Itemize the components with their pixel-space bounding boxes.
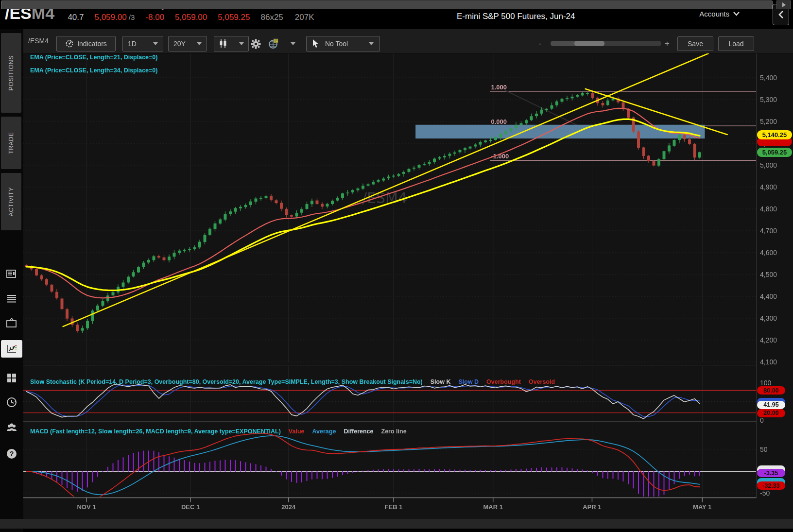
axis-tick: 4,400 [760, 292, 777, 300]
chart-symbol-label: /ESM4 [28, 37, 49, 45]
zoom-slider-thumb[interactable] [574, 41, 604, 46]
axis-tick: 4,200 [760, 336, 777, 344]
chart-settings-button[interactable] [251, 39, 261, 51]
legend-slow-d: Slow D [458, 378, 479, 385]
indicators-button[interactable]: Indicators [56, 36, 116, 51]
date-label: MAY 1 [693, 503, 711, 511]
axis-tick: 4,800 [760, 205, 777, 213]
axis-tick: 4,600 [760, 249, 777, 257]
save-button[interactable]: Save [677, 36, 713, 51]
axis-badge: -32.33 [757, 481, 785, 490]
ema34-study-label[interactable]: EMA (Price=CLOSE, Length=34, Displace=0) [30, 67, 157, 74]
legend-zero-line: Zero line [381, 428, 407, 435]
legend-overbought: Overbought [486, 378, 521, 385]
candlestick-chart-icon [219, 39, 227, 49]
macd-study-label[interactable]: MACD (Fast length=12, Slow length=26, MA… [30, 428, 407, 435]
axis-tick: 5,200 [760, 118, 777, 125]
axis-badge: 5,059.25 [757, 148, 792, 157]
zoom-slider-fill [551, 41, 576, 46]
chart-canvas[interactable] [0, 0, 793, 532]
ema21-study-label[interactable]: EMA (Price=CLOSE, Length=21, Displace=0) [30, 54, 157, 61]
axis-tick: 4,100 [760, 358, 777, 366]
date-label: APR 1 [583, 503, 601, 511]
date-label: NOV 1 [77, 503, 96, 511]
gear-icon [251, 39, 261, 49]
zoom-slider[interactable] [551, 41, 661, 46]
axis-tick: 4,700 [760, 227, 777, 235]
axis-tick: 5,400 [760, 74, 777, 82]
save-label: Save [688, 40, 703, 48]
chart-layout-dropdown[interactable] [266, 36, 297, 51]
chart-type-dropdown[interactable] [214, 36, 249, 51]
tool-value: No Tool [325, 40, 348, 48]
chart-grid-icon [268, 38, 279, 49]
axis-badge: 80.00 [757, 386, 785, 395]
chevron-down-icon [239, 42, 244, 45]
axis-tick: 100 [760, 379, 771, 387]
range-value: 20Y [173, 40, 186, 48]
date-label: MAR 1 [483, 503, 503, 511]
chevron-down-icon [369, 42, 374, 45]
axis-tick: 50 [760, 446, 768, 453]
date-label: 2024 [281, 503, 295, 511]
axis-tick: 0 [760, 416, 764, 424]
axis-tick: 4,900 [760, 183, 777, 191]
horizontal-scrollbar[interactable] [0, 519, 793, 529]
timeframe-value: 1D [128, 40, 137, 48]
date-label: FEB 1 [385, 503, 403, 511]
legend-oversold: Oversold [529, 378, 555, 385]
zoom-out-button[interactable]: - [538, 39, 541, 49]
thinkorswim-window: /ESM4 IV Rank40.7Last / Size5,059.00 /3C… [0, 0, 793, 532]
stochastic-study-label[interactable]: Slow Stochastic (K Period=14, D Period=3… [30, 378, 555, 385]
legend-difference: Difference [344, 428, 373, 435]
drawing-tool-dropdown[interactable]: No Tool [306, 36, 380, 51]
chevron-down-icon [197, 42, 202, 45]
axis-tick: 5,300 [760, 96, 777, 103]
range-dropdown[interactable]: 20Y [168, 36, 207, 51]
indicators-label: Indicators [77, 40, 107, 48]
axis-tick: 4,500 [760, 271, 777, 278]
indicators-icon [65, 39, 74, 48]
load-label: Load [728, 40, 743, 48]
load-button[interactable]: Load [718, 36, 754, 51]
axis-badge: -3.35 [757, 469, 785, 477]
zoom-in-button[interactable]: + [665, 39, 670, 49]
chevron-down-icon [291, 42, 295, 45]
axis-badge: 41.95 [757, 401, 785, 409]
axis-tick: -50 [760, 489, 770, 497]
date-label: DEC 1 [181, 503, 200, 511]
axis-tick: 4,300 [760, 314, 777, 322]
axis-badge: 20.00 [757, 409, 785, 417]
axis-badge: 5,140.25 [757, 130, 792, 139]
timeframe-dropdown[interactable]: 1D [122, 36, 163, 51]
legend-slow-k: Slow K [431, 378, 451, 385]
chevron-down-icon [153, 42, 158, 45]
legend-average: Average [312, 428, 336, 435]
legend-value: Value [289, 428, 305, 435]
cursor-icon [312, 39, 319, 48]
axis-tick: 5,000 [760, 161, 777, 169]
